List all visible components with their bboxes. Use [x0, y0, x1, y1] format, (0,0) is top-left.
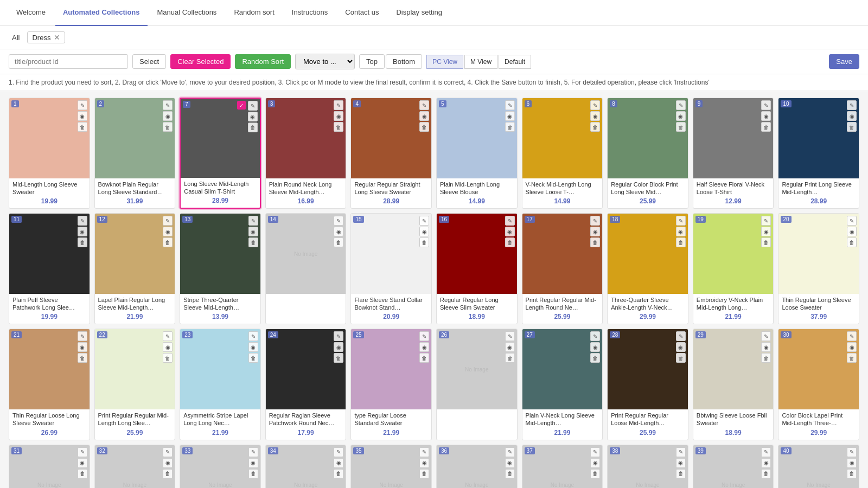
clear-selected-button[interactable]: Clear Selected [170, 54, 231, 69]
card-edit-10[interactable]: ✎ [847, 100, 857, 110]
product-card-25[interactable]: 25 ✎ ◉ 🗑 type Regular Loose Standard Swe… [350, 329, 432, 440]
card-eye-26[interactable]: ◉ [505, 342, 515, 352]
card-eye-29[interactable]: ◉ [761, 342, 771, 352]
product-card-33[interactable]: No Image 33 ✎ ◉ 🗑 [180, 445, 261, 488]
product-card-10[interactable]: 10 ✎ ◉ 🗑 Regular Print Long Sleeve Mid-L… [778, 98, 859, 209]
card-edit-2[interactable]: ✎ [163, 100, 173, 110]
card-edit-9[interactable]: ✎ [761, 100, 771, 110]
card-trash-39[interactable]: 🗑 [761, 469, 771, 479]
card-eye-9[interactable]: ◉ [761, 111, 771, 121]
product-card-37[interactable]: No Image 37 ✎ ◉ 🗑 [522, 445, 603, 488]
product-card-38[interactable]: No Image 38 ✎ ◉ 🗑 [607, 445, 688, 488]
card-trash-8[interactable]: 🗑 [676, 122, 686, 132]
card-edit-36[interactable]: ✎ [505, 447, 515, 457]
card-edit-34[interactable]: ✎ [334, 447, 343, 457]
card-edit-23[interactable]: ✎ [248, 331, 258, 341]
card-trash-22[interactable]: 🗑 [163, 353, 173, 363]
card-edit-28[interactable]: ✎ [676, 331, 686, 341]
card-eye-14[interactable]: ◉ [334, 227, 343, 236]
card-edit-22[interactable]: ✎ [163, 331, 173, 341]
card-edit-26[interactable]: ✎ [505, 331, 515, 341]
card-edit-25[interactable]: ✎ [419, 331, 429, 341]
card-eye-25[interactable]: ◉ [419, 342, 429, 352]
nav-welcome[interactable]: Welcome [9, 0, 53, 26]
card-edit-31[interactable]: ✎ [78, 447, 87, 457]
card-eye-39[interactable]: ◉ [761, 458, 771, 468]
product-card-16[interactable]: 16 ✎ ◉ 🗑 Regular Regular Long Sleeve Sli… [436, 213, 518, 324]
card-eye-23[interactable]: ◉ [248, 342, 258, 352]
top-button[interactable]: Top [359, 54, 385, 69]
card-trash-19[interactable]: 🗑 [761, 237, 771, 247]
nav-display-setting[interactable]: Display setting [388, 0, 450, 26]
default-view-button[interactable]: Default [499, 55, 531, 69]
product-card-4[interactable]: 4 ✎ ◉ 🗑 Regular Regular Straight Long Sl… [350, 98, 432, 209]
card-eye-16[interactable]: ◉ [505, 227, 515, 236]
product-card-23[interactable]: 23 ✎ ◉ 🗑 Asymmetric Stripe Lapel Long Lo… [180, 329, 261, 440]
card-eye-1[interactable]: ◉ [78, 111, 87, 121]
card-eye-5[interactable]: ◉ [505, 111, 515, 121]
card-edit-4[interactable]: ✎ [419, 100, 429, 110]
card-eye-17[interactable]: ◉ [590, 227, 600, 236]
card-eye-6[interactable]: ◉ [590, 111, 600, 121]
card-trash-20[interactable]: 🗑 [847, 237, 857, 247]
product-card-7[interactable]: 7 ✓ ✎ ◉ 🗑 Long Sleeve Mid-Length Casual … [180, 98, 261, 209]
card-eye-33[interactable]: ◉ [248, 458, 258, 468]
bottom-button[interactable]: Bottom [386, 54, 422, 69]
card-eye-38[interactable]: ◉ [676, 458, 686, 468]
card-eye-4[interactable]: ◉ [419, 111, 429, 121]
product-card-31[interactable]: No Image 31 ✎ ◉ 🗑 [9, 445, 90, 488]
card-trash-21[interactable]: 🗑 [78, 353, 87, 363]
card-trash-32[interactable]: 🗑 [163, 469, 173, 479]
product-card-28[interactable]: 28 ✎ ◉ 🗑 Print Regular Regular Loose Mid… [607, 329, 688, 440]
card-edit-40[interactable]: ✎ [847, 447, 857, 457]
card-eye-27[interactable]: ◉ [590, 342, 600, 352]
card-trash-10[interactable]: 🗑 [847, 122, 857, 132]
card-eye-2[interactable]: ◉ [163, 111, 173, 121]
card-trash-18[interactable]: 🗑 [676, 237, 686, 247]
product-card-5[interactable]: 5 ✎ ◉ 🗑 Plain Mid-Length Long Sleeve Blo… [436, 98, 518, 209]
card-eye-21[interactable]: ◉ [78, 342, 87, 352]
card-edit-6[interactable]: ✎ [590, 100, 600, 110]
card-eye-7[interactable]: ◉ [248, 112, 258, 121]
card-eye-28[interactable]: ◉ [676, 342, 686, 352]
card-eye-34[interactable]: ◉ [334, 458, 343, 468]
product-card-34[interactable]: No Image 34 ✎ ◉ 🗑 [265, 445, 347, 488]
card-trash-23[interactable]: 🗑 [248, 353, 258, 363]
card-eye-13[interactable]: ◉ [248, 227, 258, 236]
card-trash-24[interactable]: 🗑 [334, 353, 343, 363]
card-eye-22[interactable]: ◉ [163, 342, 173, 352]
card-eye-15[interactable]: ◉ [419, 227, 429, 236]
card-edit-12[interactable]: ✎ [163, 216, 173, 226]
card-trash-27[interactable]: 🗑 [590, 353, 600, 363]
card-edit-39[interactable]: ✎ [761, 447, 771, 457]
save-button[interactable]: Save [829, 54, 859, 69]
card-edit-19[interactable]: ✎ [761, 216, 771, 226]
card-eye-12[interactable]: ◉ [163, 227, 173, 236]
card-edit-30[interactable]: ✎ [847, 331, 857, 341]
card-edit-35[interactable]: ✎ [419, 447, 429, 457]
card-eye-36[interactable]: ◉ [505, 458, 515, 468]
random-sort-button[interactable]: Random Sort [235, 54, 291, 69]
card-trash-16[interactable]: 🗑 [505, 237, 515, 247]
card-trash-37[interactable]: 🗑 [590, 469, 600, 479]
card-eye-24[interactable]: ◉ [334, 342, 343, 352]
card-edit-29[interactable]: ✎ [761, 331, 771, 341]
card-edit-33[interactable]: ✎ [248, 447, 258, 457]
card-eye-8[interactable]: ◉ [676, 111, 686, 121]
card-trash-12[interactable]: 🗑 [163, 237, 173, 247]
product-card-22[interactable]: 22 ✎ ◉ 🗑 Print Regular Regular Mid-Lengt… [94, 329, 176, 440]
product-card-29[interactable]: 29 ✎ ◉ 🗑 Bbtwing Sleeve Loose Fbll Sweat… [693, 329, 774, 440]
card-trash-15[interactable]: 🗑 [419, 237, 429, 247]
card-edit-17[interactable]: ✎ [590, 216, 600, 226]
card-trash-36[interactable]: 🗑 [505, 469, 515, 479]
card-edit-37[interactable]: ✎ [590, 447, 600, 457]
product-card-17[interactable]: 17 ✎ ◉ 🗑 Print Regular Regular Mid-Lengt… [522, 213, 603, 324]
product-card-27[interactable]: 27 ✎ ◉ 🗑 Plain V-Neck Long Sleeve Mid-Le… [522, 329, 603, 440]
nav-automated-collections[interactable]: Automated Collections [55, 0, 148, 26]
card-eye-10[interactable]: ◉ [847, 111, 857, 121]
card-edit-8[interactable]: ✎ [676, 100, 686, 110]
card-edit-18[interactable]: ✎ [676, 216, 686, 226]
card-trash-2[interactable]: 🗑 [163, 122, 173, 132]
card-edit-27[interactable]: ✎ [590, 331, 600, 341]
product-card-9[interactable]: 9 ✎ ◉ 🗑 Half Sleeve Floral V-Neck Loose … [693, 98, 774, 209]
